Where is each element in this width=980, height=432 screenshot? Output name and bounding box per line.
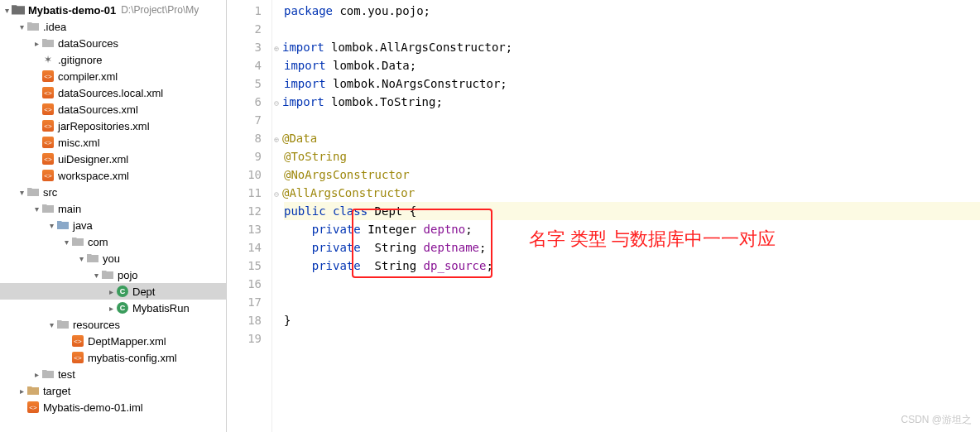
chevron-right-icon[interactable] bbox=[106, 287, 116, 296]
tree-item[interactable]: ✶ .gitignore bbox=[0, 51, 226, 68]
package-icon bbox=[71, 235, 84, 248]
tree-item[interactable]: <> jarRepositories.xml bbox=[0, 118, 226, 134]
chevron-right-icon[interactable] bbox=[31, 39, 41, 48]
chevron-down-icon[interactable] bbox=[2, 6, 12, 15]
project-tree-panel[interactable]: Mybatis-demo-01 D:\Project\Pro\My .idea … bbox=[0, 0, 227, 432]
xml-file-icon: <> bbox=[41, 152, 55, 166]
tree-item[interactable]: <> compiler.xml bbox=[0, 68, 226, 84]
tree-java-folder[interactable]: java bbox=[0, 217, 226, 233]
folder-icon bbox=[12, 3, 25, 17]
chevron-down-icon[interactable] bbox=[91, 271, 101, 280]
target-folder-icon bbox=[26, 384, 40, 397]
tree-package[interactable]: you bbox=[0, 250, 226, 266]
chevron-down-icon[interactable] bbox=[46, 320, 56, 329]
resources-folder-icon bbox=[56, 318, 70, 331]
gitignore-icon: ✶ bbox=[41, 53, 55, 66]
chevron-down-icon[interactable] bbox=[61, 238, 71, 247]
xml-file-icon: <> bbox=[41, 169, 55, 182]
tree-item[interactable]: <> workspace.xml bbox=[0, 167, 226, 184]
xml-file-icon: <> bbox=[41, 86, 55, 99]
xml-file-icon: <> bbox=[41, 136, 55, 149]
tree-target-folder[interactable]: target bbox=[0, 382, 226, 399]
tree-class-mybatisrun[interactable]: C MybatisRun bbox=[0, 300, 226, 316]
chevron-down-icon[interactable] bbox=[31, 204, 41, 214]
folder-icon bbox=[26, 185, 40, 199]
project-path: D:\Project\Pro\My bbox=[121, 4, 199, 16]
chevron-down-icon[interactable] bbox=[17, 188, 26, 197]
folder-icon bbox=[26, 20, 40, 33]
folder-icon bbox=[41, 202, 55, 215]
class-icon: C bbox=[116, 285, 129, 298]
tree-class-dept[interactable]: C Dept bbox=[0, 283, 226, 300]
iml-file-icon: <> bbox=[26, 401, 40, 414]
tree-src-folder[interactable]: src bbox=[0, 184, 226, 200]
tree-resources-folder[interactable]: resources bbox=[0, 316, 226, 333]
code-area[interactable]: package com.you.pojo; ⊕import lombok.All… bbox=[272, 0, 980, 432]
chevron-right-icon[interactable] bbox=[31, 370, 41, 379]
folder-icon bbox=[41, 367, 55, 381]
chevron-down-icon[interactable] bbox=[17, 22, 26, 31]
tree-idea-folder[interactable]: .idea bbox=[0, 18, 226, 35]
chevron-right-icon[interactable] bbox=[17, 386, 26, 396]
tree-item[interactable]: dataSources bbox=[0, 35, 226, 51]
tree-item[interactable]: <> DeptMapper.xml bbox=[0, 333, 226, 349]
project-name: Mybatis-demo-01 bbox=[28, 4, 116, 17]
line-gutter: 12345678910111213141516171819 bbox=[227, 0, 272, 432]
chevron-down-icon[interactable] bbox=[76, 254, 86, 263]
tree-item[interactable]: <> mybatis-config.xml bbox=[0, 349, 226, 366]
chevron-down-icon[interactable] bbox=[46, 221, 56, 230]
xml-file-icon: <> bbox=[41, 119, 55, 132]
xml-file-icon: <> bbox=[41, 70, 55, 83]
code-editor[interactable]: 12345678910111213141516171819 package co… bbox=[227, 0, 980, 432]
package-icon bbox=[86, 252, 99, 265]
tree-item[interactable]: <> misc.xml bbox=[0, 134, 226, 151]
tree-test-folder[interactable]: test bbox=[0, 366, 226, 382]
class-icon: C bbox=[116, 301, 129, 314]
source-folder-icon bbox=[56, 218, 70, 232]
xml-file-icon: <> bbox=[41, 103, 55, 116]
tree-item[interactable]: <> dataSources.xml bbox=[0, 101, 226, 118]
watermark: CSDN @游坦之 bbox=[901, 413, 972, 427]
tree-project-root[interactable]: Mybatis-demo-01 D:\Project\Pro\My bbox=[0, 2, 226, 18]
package-icon bbox=[101, 268, 114, 281]
tree-item[interactable]: <> Mybatis-demo-01.iml bbox=[0, 399, 226, 415]
chevron-right-icon[interactable] bbox=[106, 304, 116, 313]
xml-file-icon: <> bbox=[71, 351, 84, 364]
xml-file-icon: <> bbox=[71, 334, 84, 348]
tree-item[interactable]: <> dataSources.local.xml bbox=[0, 84, 226, 101]
tree-item[interactable]: <> uiDesigner.xml bbox=[0, 151, 226, 167]
tree-package[interactable]: pojo bbox=[0, 266, 226, 283]
tree-main-folder[interactable]: main bbox=[0, 200, 226, 217]
folder-icon bbox=[41, 36, 55, 50]
tree-package[interactable]: com bbox=[0, 233, 226, 250]
